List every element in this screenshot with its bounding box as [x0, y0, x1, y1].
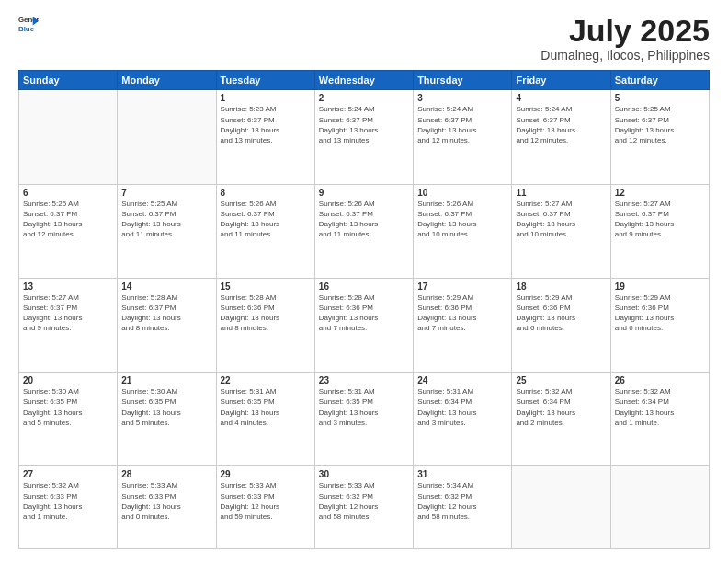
page: General Blue July 2025 Dumalneg, Ilocos,…: [0, 0, 728, 563]
day-info: Sunrise: 5:25 AM Sunset: 6:37 PM Dayligh…: [121, 199, 211, 240]
calendar-cell: 15Sunrise: 5:28 AM Sunset: 6:36 PM Dayli…: [216, 278, 314, 372]
day-number: 29: [221, 469, 311, 479]
week-row-1: 6Sunrise: 5:25 AM Sunset: 6:37 PM Daylig…: [19, 184, 710, 278]
day-info: Sunrise: 5:24 AM Sunset: 6:37 PM Dayligh…: [516, 104, 606, 145]
calendar-cell: 2Sunrise: 5:24 AM Sunset: 6:37 PM Daylig…: [314, 90, 413, 184]
day-info: Sunrise: 5:26 AM Sunset: 6:37 PM Dayligh…: [221, 199, 311, 240]
logo-icon: General Blue: [18, 14, 39, 34]
day-number: 21: [121, 375, 211, 385]
day-number: 6: [23, 188, 113, 198]
day-info: Sunrise: 5:29 AM Sunset: 6:36 PM Dayligh…: [615, 293, 705, 334]
calendar-cell: 22Sunrise: 5:31 AM Sunset: 6:35 PM Dayli…: [216, 373, 314, 466]
calendar-cell: 14Sunrise: 5:28 AM Sunset: 6:37 PM Dayli…: [118, 278, 216, 372]
col-sunday: Sunday: [19, 71, 118, 90]
day-number: 18: [516, 282, 606, 292]
week-row-0: 1Sunrise: 5:23 AM Sunset: 6:37 PM Daylig…: [19, 90, 710, 184]
day-info: Sunrise: 5:27 AM Sunset: 6:37 PM Dayligh…: [615, 199, 705, 240]
calendar-cell: 25Sunrise: 5:32 AM Sunset: 6:34 PM Dayli…: [512, 373, 610, 466]
calendar-cell: 19Sunrise: 5:29 AM Sunset: 6:36 PM Dayli…: [610, 278, 709, 372]
calendar-cell: 27Sunrise: 5:32 AM Sunset: 6:33 PM Dayli…: [19, 466, 118, 549]
day-number: 31: [417, 469, 507, 479]
day-number: 25: [516, 375, 606, 385]
day-info: Sunrise: 5:30 AM Sunset: 6:35 PM Dayligh…: [23, 386, 113, 428]
col-wednesday: Wednesday: [314, 71, 413, 90]
day-info: Sunrise: 5:34 AM Sunset: 6:32 PM Dayligh…: [417, 480, 507, 522]
calendar-cell: 28Sunrise: 5:33 AM Sunset: 6:33 PM Dayli…: [118, 466, 216, 549]
day-info: Sunrise: 5:32 AM Sunset: 6:34 PM Dayligh…: [615, 386, 705, 428]
calendar-cell: 3Sunrise: 5:24 AM Sunset: 6:37 PM Daylig…: [414, 90, 512, 184]
title-area: July 2025 Dumalneg, Ilocos, Philippines: [540, 14, 710, 63]
col-monday: Monday: [118, 71, 216, 90]
calendar-cell: 10Sunrise: 5:26 AM Sunset: 6:37 PM Dayli…: [414, 184, 512, 278]
day-info: Sunrise: 5:28 AM Sunset: 6:36 PM Dayligh…: [319, 293, 409, 334]
calendar-cell: 29Sunrise: 5:33 AM Sunset: 6:33 PM Dayli…: [216, 466, 314, 549]
calendar-cell: 30Sunrise: 5:33 AM Sunset: 6:32 PM Dayli…: [314, 466, 413, 549]
day-number: 9: [319, 188, 409, 198]
calendar-cell: 4Sunrise: 5:24 AM Sunset: 6:37 PM Daylig…: [512, 90, 610, 184]
day-number: 10: [417, 188, 507, 198]
day-info: Sunrise: 5:25 AM Sunset: 6:37 PM Dayligh…: [23, 199, 113, 240]
calendar-cell: 6Sunrise: 5:25 AM Sunset: 6:37 PM Daylig…: [19, 184, 118, 278]
day-number: 17: [417, 282, 507, 292]
day-number: 8: [221, 188, 311, 198]
calendar-cell: [19, 90, 118, 184]
day-info: Sunrise: 5:26 AM Sunset: 6:37 PM Dayligh…: [319, 199, 409, 240]
day-number: 26: [615, 375, 705, 385]
calendar-cell: 12Sunrise: 5:27 AM Sunset: 6:37 PM Dayli…: [610, 184, 709, 278]
calendar-cell: 20Sunrise: 5:30 AM Sunset: 6:35 PM Dayli…: [19, 373, 118, 466]
svg-text:Blue: Blue: [18, 25, 35, 33]
day-info: Sunrise: 5:31 AM Sunset: 6:35 PM Dayligh…: [319, 386, 409, 428]
day-number: 27: [23, 469, 113, 479]
day-number: 1: [221, 93, 311, 103]
col-friday: Friday: [512, 71, 610, 90]
day-info: Sunrise: 5:29 AM Sunset: 6:36 PM Dayligh…: [417, 293, 507, 334]
day-number: 14: [121, 282, 211, 292]
calendar-cell: 5Sunrise: 5:25 AM Sunset: 6:37 PM Daylig…: [610, 90, 709, 184]
day-number: 30: [319, 469, 409, 479]
day-number: 15: [221, 282, 311, 292]
day-number: 19: [615, 282, 705, 292]
day-info: Sunrise: 5:28 AM Sunset: 6:37 PM Dayligh…: [121, 293, 211, 334]
day-info: Sunrise: 5:31 AM Sunset: 6:34 PM Dayligh…: [417, 386, 507, 428]
day-number: 11: [516, 188, 606, 198]
day-info: Sunrise: 5:27 AM Sunset: 6:37 PM Dayligh…: [23, 293, 113, 334]
calendar-cell: 13Sunrise: 5:27 AM Sunset: 6:37 PM Dayli…: [19, 278, 118, 372]
logo: General Blue: [18, 14, 39, 34]
day-number: 4: [516, 93, 606, 103]
col-thursday: Thursday: [414, 71, 512, 90]
day-number: 2: [319, 93, 409, 103]
day-info: Sunrise: 5:33 AM Sunset: 6:32 PM Dayligh…: [319, 480, 409, 522]
calendar-cell: 11Sunrise: 5:27 AM Sunset: 6:37 PM Dayli…: [512, 184, 610, 278]
calendar-cell: 9Sunrise: 5:26 AM Sunset: 6:37 PM Daylig…: [314, 184, 413, 278]
day-info: Sunrise: 5:32 AM Sunset: 6:33 PM Dayligh…: [23, 480, 113, 522]
main-title: July 2025: [540, 14, 710, 48]
header: General Blue July 2025 Dumalneg, Ilocos,…: [18, 14, 710, 63]
calendar-cell: 7Sunrise: 5:25 AM Sunset: 6:37 PM Daylig…: [118, 184, 216, 278]
day-number: 7: [121, 188, 211, 198]
day-info: Sunrise: 5:32 AM Sunset: 6:34 PM Dayligh…: [516, 386, 606, 428]
week-row-3: 20Sunrise: 5:30 AM Sunset: 6:35 PM Dayli…: [19, 373, 710, 466]
calendar-cell: 1Sunrise: 5:23 AM Sunset: 6:37 PM Daylig…: [216, 90, 314, 184]
week-row-2: 13Sunrise: 5:27 AM Sunset: 6:37 PM Dayli…: [19, 278, 710, 372]
day-info: Sunrise: 5:29 AM Sunset: 6:36 PM Dayligh…: [516, 293, 606, 334]
week-row-4: 27Sunrise: 5:32 AM Sunset: 6:33 PM Dayli…: [19, 466, 710, 549]
calendar-cell: 31Sunrise: 5:34 AM Sunset: 6:32 PM Dayli…: [414, 466, 512, 549]
calendar-cell: 17Sunrise: 5:29 AM Sunset: 6:36 PM Dayli…: [414, 278, 512, 372]
day-info: Sunrise: 5:28 AM Sunset: 6:36 PM Dayligh…: [221, 293, 311, 334]
subtitle: Dumalneg, Ilocos, Philippines: [540, 48, 710, 63]
col-tuesday: Tuesday: [216, 71, 314, 90]
calendar-cell: 26Sunrise: 5:32 AM Sunset: 6:34 PM Dayli…: [610, 373, 709, 466]
day-info: Sunrise: 5:25 AM Sunset: 6:37 PM Dayligh…: [615, 104, 705, 145]
calendar-cell: [610, 466, 709, 549]
day-info: Sunrise: 5:31 AM Sunset: 6:35 PM Dayligh…: [221, 386, 311, 428]
day-number: 23: [319, 375, 409, 385]
calendar-cell: 24Sunrise: 5:31 AM Sunset: 6:34 PM Dayli…: [414, 373, 512, 466]
calendar-cell: [118, 90, 216, 184]
day-number: 22: [221, 375, 311, 385]
day-number: 28: [121, 469, 211, 479]
day-info: Sunrise: 5:24 AM Sunset: 6:37 PM Dayligh…: [417, 104, 507, 145]
calendar-cell: [512, 466, 610, 549]
day-info: Sunrise: 5:30 AM Sunset: 6:35 PM Dayligh…: [121, 386, 211, 428]
day-number: 12: [615, 188, 705, 198]
day-number: 16: [319, 282, 409, 292]
